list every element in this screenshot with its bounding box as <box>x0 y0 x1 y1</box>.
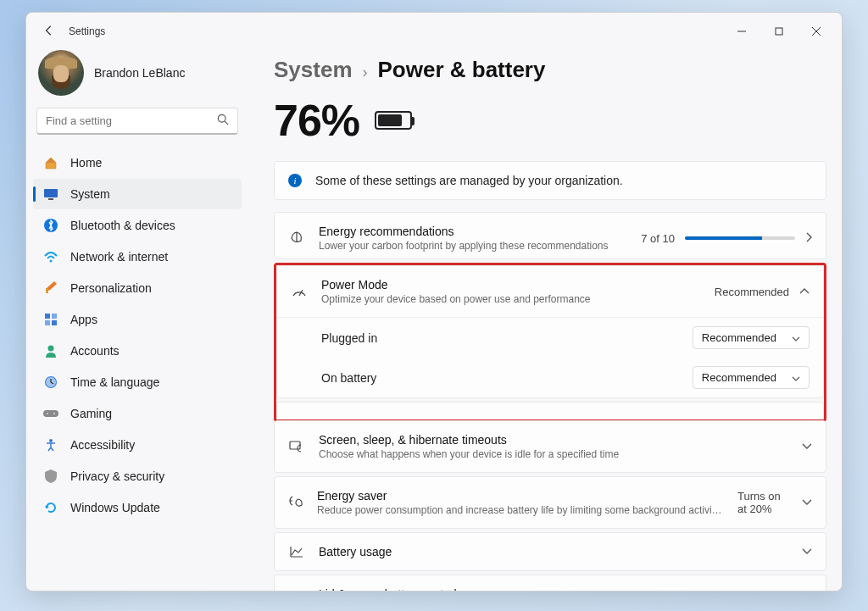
plugged-in-select[interactable]: Recommended <box>693 326 810 349</box>
chevron-right-icon: › <box>363 64 368 81</box>
on-battery-select[interactable]: Recommended <box>693 366 810 389</box>
svg-rect-18 <box>43 410 58 417</box>
screen-sleep-card-top[interactable] <box>276 402 824 419</box>
profile-block[interactable]: Brandon LeBlanc <box>30 50 245 108</box>
maximize-button[interactable] <box>760 19 798 44</box>
screen-sleep-icon <box>288 440 305 453</box>
apps-icon <box>43 312 58 327</box>
breadcrumb-parent[interactable]: System <box>274 57 353 83</box>
sidebar-item-update[interactable]: Windows Update <box>33 492 242 523</box>
nav-label: Apps <box>70 313 97 326</box>
svg-point-15 <box>48 346 54 352</box>
card-title: Screen, sleep, & hibernate timeouts <box>319 433 788 447</box>
lid-power-card[interactable]: Lid & power button controls Choose what … <box>274 575 826 591</box>
nav-label: System <box>70 187 110 201</box>
svg-rect-14 <box>52 320 57 325</box>
close-button[interactable] <box>798 19 835 44</box>
chevron-down-icon <box>802 546 812 558</box>
sidebar-item-time[interactable]: Time & language <box>33 367 242 397</box>
nav-label: Accessibility <box>70 438 135 452</box>
titlebar: Settings <box>26 13 842 50</box>
org-managed-banner: i Some of these settings are managed by … <box>274 161 826 200</box>
nav-label: Privacy & security <box>70 469 164 483</box>
chevron-down-icon <box>792 371 800 384</box>
battery-fill <box>378 114 402 126</box>
nav-label: Gaming <box>70 407 112 420</box>
main-content: System › Power & battery 76% i Some of t… <box>255 50 842 591</box>
card-title: Lid & power button controls <box>319 587 788 591</box>
power-mode-card: Power Mode Optimize your device based on… <box>276 265 824 398</box>
svg-point-4 <box>218 114 225 122</box>
select-value: Recommended <box>702 331 776 344</box>
sidebar-item-system[interactable]: System <box>33 179 242 209</box>
speedometer-icon <box>291 286 308 297</box>
chevron-up-icon <box>799 286 810 297</box>
nav-label: Home <box>70 156 102 169</box>
nav-label: Accounts <box>70 344 120 358</box>
svg-point-20 <box>53 413 55 414</box>
svg-point-21 <box>49 439 53 442</box>
card-title: Battery usage <box>319 545 788 558</box>
settings-window: Settings Brandon LeBlanc Home <box>25 12 843 592</box>
minimize-button[interactable] <box>723 19 760 44</box>
gaming-icon <box>43 406 58 421</box>
personalization-icon <box>43 281 58 296</box>
home-icon <box>43 155 58 170</box>
sidebar-item-accounts[interactable]: Accounts <box>33 336 242 366</box>
avatar <box>38 50 84 96</box>
svg-rect-11 <box>45 314 50 319</box>
screen-sleep-card[interactable]: Screen, sleep, & hibernate timeouts Choo… <box>274 420 826 473</box>
nav-list: Home System Bluetooth & devices Network … <box>30 147 245 524</box>
svg-rect-7 <box>48 198 53 200</box>
svg-rect-6 <box>44 189 58 197</box>
row-label: Plugged in <box>321 331 377 345</box>
energy-rec-progress <box>685 236 795 240</box>
power-mode-summary: Recommended <box>715 286 789 298</box>
card-subtitle: Lower your carbon footprint by applying … <box>319 240 627 252</box>
nav-label: Windows Update <box>70 501 160 514</box>
svg-point-9 <box>50 260 53 263</box>
chart-icon <box>288 546 305 558</box>
nav-label: Network & internet <box>70 250 168 264</box>
sidebar-item-apps[interactable]: Apps <box>33 304 242 335</box>
nav-label: Time & language <box>70 375 159 389</box>
sidebar-item-bluetooth[interactable]: Bluetooth & devices <box>33 210 242 241</box>
energy-saver-icon <box>288 496 303 509</box>
svg-rect-13 <box>45 320 50 325</box>
svg-point-19 <box>47 413 48 414</box>
svg-rect-1 <box>776 28 782 35</box>
energy-rec-count: 7 of 10 <box>641 232 675 245</box>
sidebar-item-personalization[interactable]: Personalization <box>33 273 242 303</box>
battery-level-row: 76% <box>274 95 826 146</box>
banner-text: Some of these settings are managed by yo… <box>315 174 623 187</box>
sidebar-item-home[interactable]: Home <box>33 147 242 178</box>
card-title: Energy saver <box>317 489 724 503</box>
energy-saver-status: Turns on at 20% <box>737 490 792 515</box>
card-title: Energy recommendations <box>319 225 627 238</box>
power-mode-on-battery-row: On battery Recommended <box>277 358 823 397</box>
card-subtitle: Reduce power consumption and increase ba… <box>317 504 724 516</box>
accessibility-icon <box>43 437 58 453</box>
sidebar: Brandon LeBlanc Home System <box>26 50 255 591</box>
update-icon <box>43 500 58 515</box>
chevron-down-icon <box>802 497 812 508</box>
power-mode-header[interactable]: Power Mode Optimize your device based on… <box>277 266 823 317</box>
nav-label: Personalization <box>70 281 152 295</box>
sidebar-item-accessibility[interactable]: Accessibility <box>33 430 242 460</box>
sidebar-item-privacy[interactable]: Privacy & security <box>33 461 242 492</box>
chevron-down-icon <box>802 441 812 453</box>
search-input[interactable] <box>46 114 217 127</box>
bluetooth-icon <box>43 218 58 233</box>
sidebar-item-network[interactable]: Network & internet <box>33 242 242 272</box>
sidebar-item-gaming[interactable]: Gaming <box>33 398 242 429</box>
card-title: Power Mode <box>321 278 701 292</box>
battery-usage-card[interactable]: Battery usage <box>274 532 826 571</box>
energy-recommendations-card[interactable]: Energy recommendations Lower your carbon… <box>274 212 826 259</box>
search-icon <box>217 114 229 128</box>
nav-label: Bluetooth & devices <box>70 219 175 232</box>
card-subtitle: Choose what happens when your device is … <box>319 448 726 460</box>
energy-saver-card[interactable]: Energy saver Reduce power consumption an… <box>274 476 826 529</box>
search-box[interactable] <box>36 108 238 135</box>
privacy-icon <box>43 469 58 484</box>
back-button[interactable] <box>33 25 65 39</box>
